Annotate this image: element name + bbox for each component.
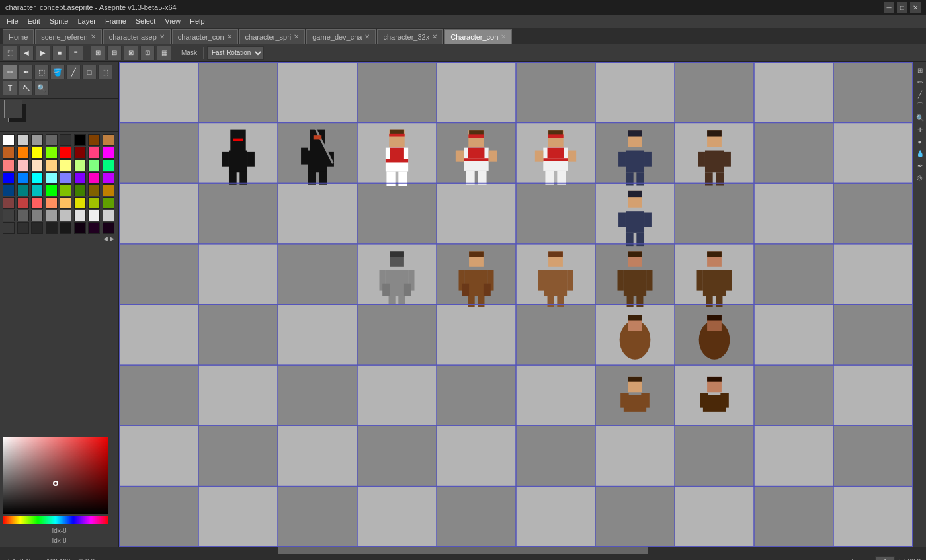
tab-scene-close[interactable]: ✕ — [91, 33, 96, 40]
palette-color-4[interactable] — [60, 134, 71, 146]
palette-color-27[interactable] — [46, 172, 58, 184]
tab-char-asep[interactable]: character.asep✕ — [103, 29, 171, 44]
palette-color-5[interactable] — [74, 134, 86, 146]
tab-character-con-close[interactable]: ✕ — [501, 33, 506, 40]
palette-color-29[interactable] — [74, 172, 86, 184]
tool-text[interactable]: T — [3, 81, 17, 95]
toolbar-grid4[interactable]: ⊡ — [140, 46, 155, 60]
palette-color-34[interactable] — [31, 184, 43, 196]
palette-color-37[interactable] — [74, 184, 86, 196]
palette-color-36[interactable] — [60, 184, 71, 196]
tab-character-con-active[interactable]: Character_con✕ — [444, 29, 512, 44]
palette-color-56[interactable] — [3, 222, 15, 234]
rotation-select[interactable]: Fast Rotation RotSprite Bilinear — [207, 46, 264, 60]
palette-color-52[interactable] — [60, 210, 71, 221]
tab-char-asep-close[interactable]: ✕ — [159, 33, 165, 40]
tool-pencil[interactable]: ✏ — [3, 65, 17, 79]
menu-frame[interactable]: Frame — [101, 15, 130, 27]
toolbar-sel[interactable]: ▦ — [157, 46, 171, 60]
palette-color-24[interactable] — [3, 172, 15, 184]
tool-zoom[interactable]: 🔍 — [34, 81, 49, 95]
menu-sprite[interactable]: Sprite — [46, 15, 73, 27]
toolbar-back[interactable]: ◀ — [19, 46, 34, 60]
menu-help[interactable]: Help — [186, 15, 209, 27]
palette-color-33[interactable] — [17, 184, 29, 196]
palette-color-3[interactable] — [46, 134, 58, 146]
minimize-button[interactable]: ─ — [884, 2, 894, 13]
palette-color-26[interactable] — [31, 172, 43, 184]
palette-color-23[interactable] — [103, 159, 114, 171]
palette-color-61[interactable] — [74, 222, 86, 234]
palette-color-25[interactable] — [17, 172, 29, 184]
palette-color-62[interactable] — [88, 222, 100, 234]
palette-color-20[interactable] — [60, 159, 71, 171]
palette-color-9[interactable] — [17, 147, 29, 159]
close-button[interactable]: ✕ — [910, 2, 921, 13]
toolbar-stop[interactable]: ■ — [52, 46, 67, 60]
palette-color-49[interactable] — [17, 210, 29, 221]
maximize-button[interactable]: □ — [897, 2, 907, 13]
sprite-canvas[interactable] — [119, 62, 913, 547]
palette-color-7[interactable] — [103, 134, 114, 146]
palette-color-21[interactable] — [74, 159, 86, 171]
right-tool-resize[interactable]: ⊞ — [915, 65, 925, 75]
right-tool-circle[interactable]: ◎ — [915, 172, 925, 182]
right-tool-nib[interactable]: ✒ — [915, 160, 925, 171]
tab-char-32x[interactable]: character_32x✕ — [377, 29, 443, 44]
palette-color-35[interactable] — [46, 184, 58, 196]
palette-color-54[interactable] — [88, 210, 100, 221]
palette-color-30[interactable] — [88, 172, 100, 184]
tab-home[interactable]: Home — [3, 29, 34, 44]
right-tool-curve[interactable]: ⌒ — [915, 100, 925, 111]
menu-select[interactable]: Select — [132, 15, 160, 27]
frame-plus[interactable]: + — [898, 558, 902, 561]
tool-fill[interactable]: 🪣 — [50, 65, 65, 79]
right-tool-cross[interactable]: ✛ — [915, 124, 925, 135]
palette-color-41[interactable] — [17, 197, 29, 209]
menu-edit[interactable]: Edit — [24, 15, 44, 27]
palette-color-51[interactable] — [46, 210, 58, 221]
toolbar-new[interactable]: ⬚ — [3, 46, 17, 60]
palette-color-19[interactable] — [46, 159, 58, 171]
canvas-area[interactable] — [119, 62, 913, 547]
palette-color-40[interactable] — [3, 197, 15, 209]
tool-eraser[interactable]: ⬚ — [34, 65, 49, 79]
tab-char-con-close[interactable]: ✕ — [227, 33, 232, 40]
palette-color-12[interactable] — [60, 147, 71, 159]
toolbar-grid2[interactable]: ⊟ — [107, 46, 122, 60]
right-tool-line[interactable]: ╱ — [915, 89, 925, 99]
tab-scene[interactable]: scene_referen✕ — [35, 29, 101, 44]
right-tool-dot[interactable]: ● — [915, 136, 925, 147]
palette-color-55[interactable] — [103, 210, 114, 221]
palette-color-1[interactable] — [17, 134, 29, 146]
palette-color-22[interactable] — [88, 159, 100, 171]
palette-color-42[interactable] — [31, 197, 43, 209]
menu-file[interactable]: File — [3, 15, 22, 27]
right-tool-drop[interactable]: 💧 — [915, 148, 925, 159]
palette-color-14[interactable] — [88, 147, 100, 159]
tab-char-32x-close[interactable]: ✕ — [432, 33, 437, 40]
palette-color-16[interactable] — [3, 159, 15, 171]
tab-char-spri-close[interactable]: ✕ — [294, 33, 299, 40]
palette-color-10[interactable] — [31, 147, 43, 159]
palette-color-50[interactable] — [31, 210, 43, 221]
frame-input[interactable] — [875, 556, 895, 560]
color-gradient[interactable] — [3, 437, 108, 514]
palette-color-47[interactable] — [103, 197, 114, 209]
palette-color-13[interactable] — [74, 147, 86, 159]
tab-char-spri[interactable]: character_spri✕ — [239, 29, 306, 44]
palette-color-2[interactable] — [31, 134, 43, 146]
palette-color-6[interactable] — [88, 134, 100, 146]
palette-color-60[interactable] — [60, 222, 71, 234]
palette-color-48[interactable] — [3, 210, 15, 221]
palette-color-32[interactable] — [3, 184, 15, 196]
palette-color-58[interactable] — [31, 222, 43, 234]
palette-color-43[interactable] — [46, 197, 58, 209]
menu-view[interactable]: View — [161, 15, 185, 27]
scrollbar-thumb[interactable] — [278, 547, 648, 554]
toolbar-fwd[interactable]: ▶ — [36, 46, 50, 60]
menu-layer[interactable]: Layer — [73, 15, 100, 27]
tool-rect[interactable]: □ — [82, 65, 97, 79]
palette-color-59[interactable] — [46, 222, 58, 234]
hue-bar[interactable] — [3, 516, 108, 524]
